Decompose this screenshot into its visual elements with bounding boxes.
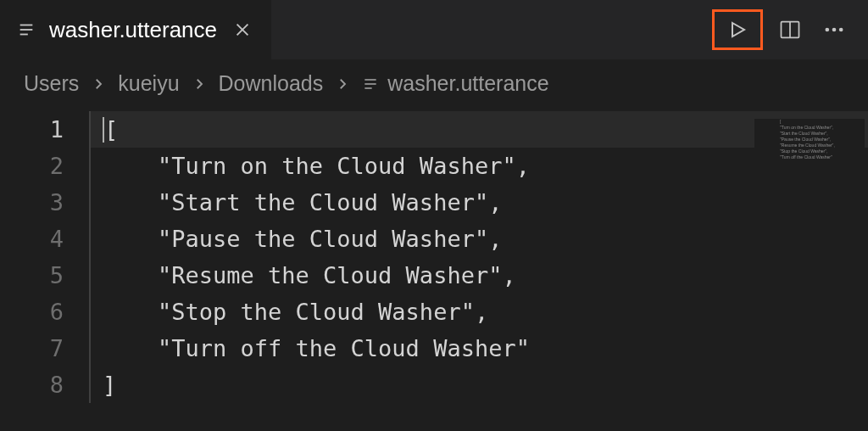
breadcrumb-item[interactable]: kueiyu (118, 71, 179, 96)
breadcrumb-item[interactable]: washer.utterance (362, 71, 548, 96)
tab-actions (695, 0, 868, 59)
chevron-right-icon (192, 76, 207, 92)
line-number: 7 (0, 330, 89, 367)
code-area[interactable]: [ "Turn on the Cloud Washer", "Start the… (89, 108, 868, 403)
breadcrumb-file-label: washer.utterance (387, 71, 548, 96)
code-line: "Stop the Cloud Washer", (89, 294, 868, 330)
breadcrumb-item[interactable]: Downloads (219, 71, 324, 96)
breadcrumb-item[interactable]: Users (24, 71, 79, 96)
gutter: 12345678 (0, 108, 89, 403)
chevron-right-icon (335, 76, 350, 92)
line-number: 3 (0, 184, 89, 221)
run-button[interactable] (712, 9, 763, 50)
code-line: "Resume the Cloud Washer", (89, 257, 868, 294)
svg-point-8 (826, 28, 830, 32)
close-icon[interactable] (231, 18, 254, 42)
file-icon (17, 20, 36, 39)
minimap[interactable]: [ "Turn on the Cloud Washer", "Start the… (754, 119, 865, 161)
line-number: 8 (0, 367, 89, 403)
tab-label: washer.utterance (49, 17, 217, 43)
code-line: "Pause the Cloud Washer", (89, 221, 868, 257)
line-number: 2 (0, 148, 89, 184)
code-line: [ (89, 111, 868, 148)
code-line: "Turn on the Cloud Washer", (89, 148, 868, 184)
breadcrumb: Users kueiyu Downloads washer.utterance (0, 59, 868, 108)
line-number: 5 (0, 257, 89, 294)
editor[interactable]: 12345678 [ "Turn on the Cloud Washer", "… (0, 108, 868, 403)
svg-point-9 (832, 28, 837, 32)
more-icon[interactable] (817, 13, 851, 47)
code-line: "Start the Cloud Washer", (89, 184, 868, 221)
file-tab[interactable]: washer.utterance (0, 0, 272, 59)
line-number: 1 (0, 111, 89, 148)
code-line: "Turn off the Cloud Washer" (89, 330, 868, 367)
tab-bar: washer.utterance (0, 0, 868, 59)
chevron-right-icon (91, 76, 106, 92)
svg-point-10 (839, 28, 843, 32)
line-number: 4 (0, 221, 89, 257)
svg-marker-5 (732, 23, 744, 36)
code-line: ] (89, 367, 868, 403)
line-number: 6 (0, 294, 89, 330)
split-editor-icon[interactable] (773, 13, 807, 47)
